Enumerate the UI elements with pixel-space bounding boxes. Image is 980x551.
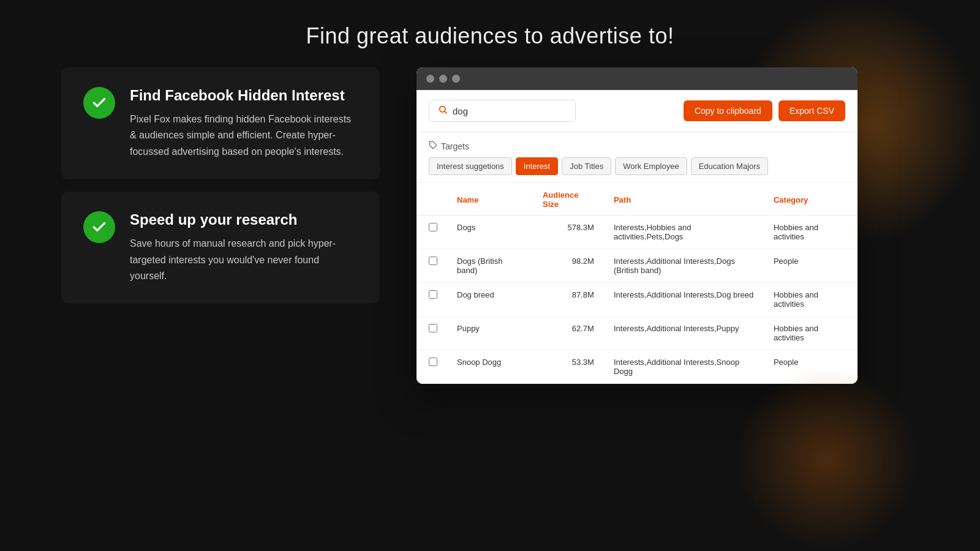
window-dot-2	[439, 75, 447, 83]
row-path-4: Interests,Additional Interests,Puppy	[604, 317, 764, 350]
left-side: Find Facebook Hidden Interest Pixel Fox …	[61, 67, 380, 304]
table-body: Dogs 578.3M Interests,Hobbies and activi…	[417, 216, 858, 384]
row-checkbox-1[interactable]	[429, 223, 437, 231]
page-title: Find great audiences to advertise to!	[0, 23, 980, 49]
th-audience-size: Audience Size	[533, 183, 604, 216]
tab-interest[interactable]: Interest	[516, 157, 558, 175]
data-table: Name Audience Size Path Category Dog	[417, 183, 858, 384]
row-path-2: Interests,Additional Interests,Dogs (Bri…	[604, 249, 764, 283]
table-row: Puppy 62.7M Interests,Additional Interes…	[417, 317, 858, 350]
row-checkbox-cell-2[interactable]	[417, 249, 447, 283]
row-name-3: Dog breed	[447, 283, 533, 317]
feature-desc-2: Save hours of manual research and pick h…	[130, 236, 358, 284]
row-checkbox-4[interactable]	[429, 324, 437, 332]
window-titlebar	[417, 67, 858, 90]
app-body: dog Copy to clipboard Export CSV	[417, 90, 858, 384]
table-row: Dog breed 87.8M Interests,Additional Int…	[417, 283, 858, 317]
search-input-wrap[interactable]: dog	[429, 100, 576, 122]
row-name-2: Dogs (British band)	[447, 249, 533, 283]
row-category-2: People	[764, 249, 858, 283]
row-checkbox-cell-3[interactable]	[417, 283, 447, 317]
export-csv-button[interactable]: Export CSV	[778, 100, 845, 121]
btn-group: Copy to clipboard Export CSV	[684, 100, 845, 121]
window-dot-3	[452, 75, 460, 83]
feature-card-2: Speed up your research Save hours of man…	[61, 192, 380, 304]
row-checkbox-5[interactable]	[429, 358, 437, 366]
th-category: Category	[764, 183, 858, 216]
row-name-4: Puppy	[447, 317, 533, 350]
row-checkbox-cell-5[interactable]	[417, 350, 447, 384]
table-row: Dogs (British band) 98.2M Interests,Addi…	[417, 249, 858, 283]
row-path-3: Interests,Additional Interests,Dog breed	[604, 283, 764, 317]
row-path-5: Interests,Additional Interests,Snoop Dog…	[604, 350, 764, 384]
tag-icon	[429, 141, 437, 151]
th-checkbox	[417, 183, 447, 216]
feature-text-2: Speed up your research Save hours of man…	[130, 211, 358, 284]
feature-card-1: Find Facebook Hidden Interest Pixel Fox …	[61, 67, 380, 179]
row-category-5: People	[764, 350, 858, 384]
row-size-4: 62.7M	[533, 317, 604, 350]
row-size-2: 98.2M	[533, 249, 604, 283]
search-bar-area: dog Copy to clipboard Export CSV	[417, 90, 858, 132]
targets-text: Targets	[441, 141, 469, 151]
svg-line-1	[445, 111, 447, 113]
app-window: dog Copy to clipboard Export CSV	[417, 67, 858, 384]
row-checkbox-cell-4[interactable]	[417, 317, 447, 350]
row-size-5: 53.3M	[533, 350, 604, 384]
search-icon	[438, 105, 448, 117]
row-name-1: Dogs	[447, 216, 533, 249]
feature-heading-1: Find Facebook Hidden Interest	[130, 87, 358, 104]
feature-text-1: Find Facebook Hidden Interest Pixel Fox …	[130, 87, 358, 160]
row-checkbox-2[interactable]	[429, 257, 437, 265]
table-row: Snoop Dogg 53.3M Interests,Additional In…	[417, 350, 858, 384]
row-checkbox-3[interactable]	[429, 290, 437, 299]
row-category-3: Hobbies and activities	[764, 283, 858, 317]
tab-education-majors[interactable]: Education Majors	[691, 157, 768, 175]
row-category-1: Hobbies and activities	[764, 216, 858, 249]
th-path: Path	[604, 183, 764, 216]
window-dot-1	[426, 75, 434, 83]
check-icon-2	[83, 211, 115, 243]
page-header: Find great audiences to advertise to!	[0, 0, 980, 67]
tab-job-titles[interactable]: Job Titles	[562, 157, 611, 175]
main-content: Find Facebook Hidden Interest Pixel Fox …	[0, 67, 980, 384]
tab-interest-suggestions[interactable]: Interest suggetions	[429, 157, 512, 175]
row-checkbox-cell-1[interactable]	[417, 216, 447, 249]
table-row: Dogs 578.3M Interests,Hobbies and activi…	[417, 216, 858, 249]
row-category-4: Hobbies and activities	[764, 317, 858, 350]
th-name: Name	[447, 183, 533, 216]
feature-desc-1: Pixel Fox makes finding hidden Facebook …	[130, 111, 358, 160]
page-wrapper: Find great audiences to advertise to! Fi…	[0, 0, 980, 551]
filter-tabs: Interest suggetions Interest Job Titles …	[429, 157, 845, 175]
search-value: dog	[453, 106, 468, 116]
row-name-5: Snoop Dogg	[447, 350, 533, 384]
tab-work-employee[interactable]: Work Employee	[615, 157, 687, 175]
table-header: Name Audience Size Path Category	[417, 183, 858, 216]
copy-to-clipboard-button[interactable]: Copy to clipboard	[684, 100, 772, 121]
row-size-3: 87.8M	[533, 283, 604, 317]
feature-heading-2: Speed up your research	[130, 211, 358, 228]
row-path-1: Interests,Hobbies and activities,Pets,Do…	[604, 216, 764, 249]
row-size-1: 578.3M	[533, 216, 604, 249]
targets-section: Targets Interest suggetions Interest Job…	[417, 132, 858, 183]
check-icon-1	[83, 87, 115, 119]
targets-label: Targets	[429, 141, 845, 151]
